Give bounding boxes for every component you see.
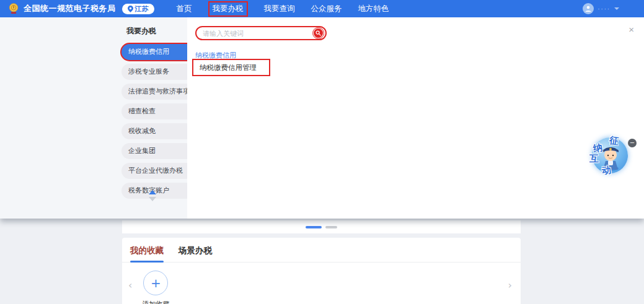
brand[interactable]: 全国统一规范电子税务局 江苏 (7, 2, 154, 15)
user-name-masked: ···· (598, 6, 611, 12)
carousel-strip (122, 220, 521, 233)
keyword-search-input[interactable] (203, 30, 310, 37)
sidebar-item-platform-enterprise-agent[interactable]: 平台企业代缴办税 (121, 163, 187, 179)
sidebar-item-legal-liability-remedies[interactable]: 法律追责与救济事项 (121, 84, 187, 100)
keyword-search-box (195, 26, 327, 40)
sidebar-scroll-arrows (149, 190, 156, 201)
user-avatar-icon (583, 3, 594, 14)
tax-interaction-mascot[interactable]: 征 纳 互 动 (587, 135, 627, 175)
add-favorite-circle: + (143, 271, 168, 295)
mascot-char-hu: 互 (589, 153, 599, 165)
close-icon[interactable]: × (629, 25, 634, 34)
sidebar-item-tax-reduction[interactable]: 税收减免 (121, 123, 187, 139)
scroll-up-icon[interactable] (149, 190, 156, 194)
mega-menu-sidebar: 我要办税 纳税缴费信用 涉税专业服务 法律追责与救济事项 稽查检查 税收减免 企… (118, 17, 187, 219)
region-selector[interactable]: 江苏 (122, 4, 154, 14)
add-favorite-button[interactable]: + 添加收藏 (142, 271, 169, 304)
sidebar-item-tax-professional-services[interactable]: 涉税专业服务 (121, 64, 187, 80)
sidebar-item-enterprise-group[interactable]: 企业集团 (121, 143, 187, 159)
search-button-annotation-ring (312, 27, 324, 39)
main-nav: 首页 我要办税 我要查询 公众服务 地方特色 (177, 1, 389, 17)
scroll-down-icon[interactable] (149, 197, 156, 201)
tax-bureau-logo-icon (7, 2, 20, 15)
sidebar-item-audit-inspection[interactable]: 稽查检查 (121, 103, 187, 119)
menu-link-label: 纳税缴费信用管理 (200, 63, 257, 72)
carousel-indicator[interactable] (325, 226, 337, 228)
search-button[interactable] (314, 28, 323, 38)
search-icon (315, 30, 321, 36)
tab-scenario-tax[interactable]: 场景办税 (179, 245, 212, 262)
favorites-card: 我的收藏 场景办税 ‹ + 添加收藏 › (122, 238, 521, 304)
carousel-indicator-active[interactable] (306, 226, 322, 228)
nav-home[interactable]: 首页 (177, 4, 192, 14)
sidebar-item-tax-payment-credit[interactable]: 纳税缴费信用 (121, 44, 187, 60)
region-label: 江苏 (135, 4, 149, 14)
location-pin-icon (128, 6, 133, 12)
add-favorite-label: 添加收藏 (142, 300, 169, 304)
nav-i-want-to-query[interactable]: 我要查询 (264, 4, 295, 14)
sidebar-section-title: 我要办税 (118, 24, 187, 44)
nav-i-want-to-handle-tax[interactable]: 我要办税 (208, 1, 248, 17)
user-menu[interactable]: ···· (583, 3, 619, 14)
mega-menu-panel: 纳税缴费信用 纳税缴费信用管理 × 征 纳 互 动 − (187, 17, 644, 219)
prev-arrow-icon[interactable]: ‹ (128, 280, 132, 290)
top-nav-bar: 全国统一规范电子税务局 江苏 首页 我要办税 我要查询 公众服务 地方特色 ··… (0, 0, 644, 17)
menu-link-tax-credit-management[interactable]: 纳税缴费信用管理 (192, 59, 270, 76)
favorites-body: ‹ + 添加收藏 › (122, 263, 521, 304)
mascot-char-dong: 动 (601, 164, 612, 176)
plus-icon: + (151, 277, 161, 289)
tab-my-favorites[interactable]: 我的收藏 (130, 245, 164, 262)
minimize-icon[interactable]: − (628, 139, 637, 147)
favorites-tabs: 我的收藏 场景办税 (122, 238, 521, 263)
nav-local-features[interactable]: 地方特色 (358, 4, 389, 14)
next-arrow-icon[interactable]: › (508, 280, 512, 290)
mascot-char-zheng: 征 (609, 134, 619, 147)
tax-mega-menu: 我要办税 纳税缴费信用 涉税专业服务 法律追责与救济事项 稽查检查 税收减免 企… (0, 17, 644, 219)
chevron-down-icon (614, 7, 619, 10)
overlay-left-spacer (0, 17, 118, 219)
site-title: 全国统一规范电子税务局 (24, 3, 116, 14)
nav-public-services[interactable]: 公众服务 (311, 4, 342, 14)
